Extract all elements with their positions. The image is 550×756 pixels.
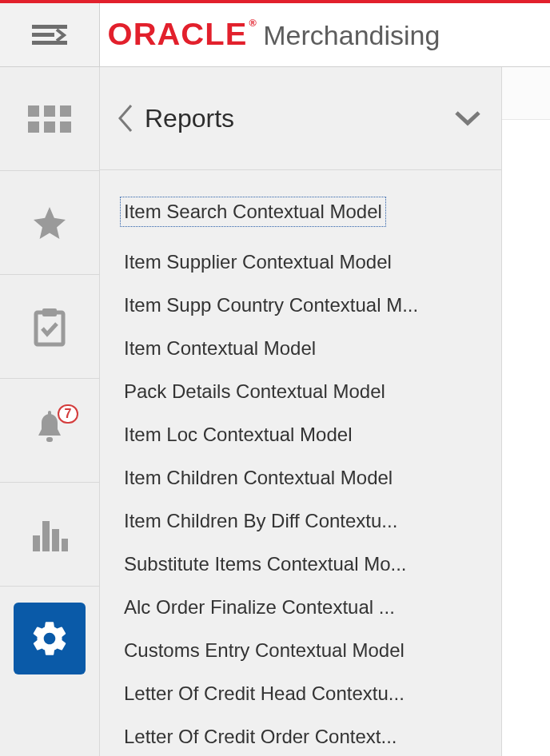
list-item[interactable]: Item Contextual Model [121,327,480,370]
sidebar-item-tasks[interactable] [0,275,99,379]
reports-panel: Reports Item Search Contextual Model Ite… [100,67,502,756]
apps-icon [28,105,71,133]
star-icon [30,204,69,242]
panel-back-button[interactable] [111,102,140,134]
chevron-right-icon [54,28,67,42]
svg-rect-3 [48,411,51,416]
clipboard-check-icon [31,306,68,348]
panel-collapse-button[interactable] [452,109,484,127]
panel-header: Reports [100,67,501,170]
top-bar: ORACLE® Merchandising [0,0,550,67]
menu-toggle-button[interactable] [0,3,100,66]
oracle-logo-text: ORACLE [108,18,248,51]
bar-chart-icon [31,518,68,551]
list-item[interactable]: Item Supp Country Contextual M... [121,284,480,327]
sidebar-item-favorites[interactable] [0,171,99,275]
list-item[interactable]: Item Search Contextual Model [121,197,385,226]
chevron-down-icon [453,109,482,127]
list-item[interactable]: Customs Entry Contextual Model [121,629,480,672]
brand: ORACLE® Merchandising [100,18,440,52]
list-item[interactable]: Item Children Contextual Model [121,456,480,499]
list-item[interactable]: Pack Details Contextual Model [121,370,480,413]
content-area [502,67,550,756]
list-item[interactable]: Item Children By Diff Contextu... [121,499,480,543]
svg-rect-6 [52,529,59,551]
sidebar-item-apps[interactable] [0,67,99,171]
list-item[interactable]: Item Supplier Contextual Model [121,241,480,284]
svg-rect-1 [42,308,57,316]
gear-icon [30,619,70,659]
oracle-logo: ORACLE® [108,18,257,52]
product-name: Merchandising [263,20,440,51]
list-item[interactable]: Substitute Items Contextual Mo... [121,543,480,586]
svg-rect-0 [36,312,63,344]
svg-rect-5 [42,521,50,551]
list-item[interactable]: Item Loc Contextual Model [121,413,480,456]
reports-list: Item Search Contextual Model Item Suppli… [100,170,501,756]
hamburger-icon [32,25,67,46]
list-item[interactable]: Alc Order Finalize Contextual ... [121,586,480,629]
registered-mark: ® [249,18,257,29]
panel-title: Reports [145,104,452,133]
svg-rect-7 [62,539,68,551]
sidebar-active-highlight [14,603,86,674]
chevron-left-icon [115,102,136,134]
svg-rect-4 [33,535,40,551]
sidebar: 7 [0,67,100,756]
content-header-placeholder [502,67,550,120]
sidebar-item-settings[interactable] [0,587,99,690]
sidebar-item-notifications[interactable]: 7 [0,379,99,483]
svg-rect-2 [46,437,53,442]
list-item[interactable]: Letter Of Credit Order Context... [121,715,480,756]
notifications-badge: 7 [58,404,78,424]
list-item[interactable]: Letter Of Credit Head Contextu... [121,672,480,715]
sidebar-item-dashboards[interactable] [0,483,99,587]
